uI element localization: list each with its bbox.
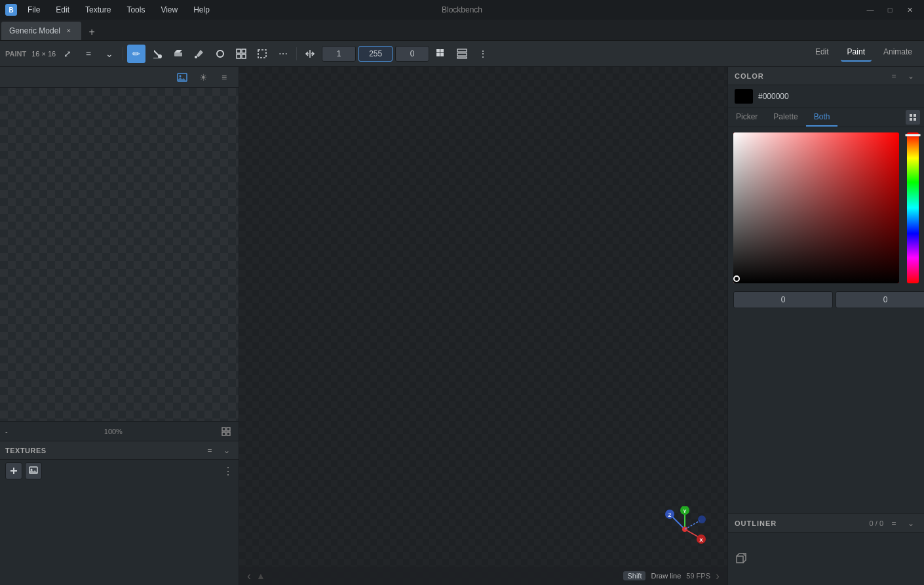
expand-button[interactable]: ⤢ xyxy=(58,45,77,63)
saturation-box[interactable] xyxy=(733,132,899,283)
svg-point-2 xyxy=(195,56,197,58)
textures-equals-btn[interactable]: = xyxy=(203,444,216,457)
color-tab-extra[interactable] xyxy=(906,110,920,125)
erase-tool-button[interactable] xyxy=(169,45,187,63)
menu-view[interactable]: View xyxy=(155,1,183,19)
color-tab-both[interactable]: Both xyxy=(806,108,838,127)
svg-point-17 xyxy=(180,75,182,77)
close-button[interactable]: ✕ xyxy=(900,3,919,17)
menu-tools[interactable]: Tools xyxy=(121,1,150,19)
color-tabs: Picker Palette Both xyxy=(728,108,924,127)
3d-viewport[interactable]: Z Y X ‹ ▲ Shift Draw line xyxy=(239,67,727,585)
outliner-body xyxy=(728,533,924,585)
color-tab-palette[interactable]: Palette xyxy=(765,108,805,127)
texture-dimensions: 16 × 16 xyxy=(31,50,56,58)
svg-rect-18 xyxy=(222,428,225,431)
mirror-button[interactable] xyxy=(301,45,319,63)
preview-fit-button[interactable] xyxy=(219,424,233,439)
import-texture-button[interactable] xyxy=(25,462,42,479)
textures-toolbar: ⋮ xyxy=(0,460,239,479)
outliner-title: OUTLINER xyxy=(735,519,866,527)
selection-tool-button[interactable] xyxy=(253,45,271,63)
svg-text:X: X xyxy=(699,537,703,543)
svg-line-24 xyxy=(672,516,685,529)
color-tab-picker[interactable]: Picker xyxy=(728,108,765,127)
pencil-tool-button[interactable]: ✏ xyxy=(127,45,145,63)
paint-mode-btn[interactable]: Paint xyxy=(841,46,872,62)
grid-view-btn[interactable] xyxy=(432,45,450,63)
color-chevron-btn[interactable]: ⌄ xyxy=(904,70,917,83)
title-bar: B File Edit Texture Tools View Help Bloc… xyxy=(0,0,924,20)
size-input-3[interactable] xyxy=(395,46,429,62)
preview-minus: - xyxy=(5,428,8,435)
edit-mode-btn[interactable]: Edit xyxy=(809,46,836,62)
right-panel: COLOR = ⌄ #000000 Picker Palette Both xyxy=(727,67,924,585)
svg-rect-36 xyxy=(910,114,912,117)
textures-chevron-btn[interactable]: ⌄ xyxy=(220,444,233,457)
equals-button[interactable]: = xyxy=(79,45,98,63)
svg-rect-9 xyxy=(436,49,440,52)
hue-slider[interactable] xyxy=(907,132,919,283)
size-input-1[interactable] xyxy=(322,46,356,62)
color-panel: COLOR = ⌄ #000000 Picker Palette Both xyxy=(728,67,924,514)
window-title: Blockbench xyxy=(442,5,482,14)
fill-tool-button[interactable] xyxy=(148,45,166,63)
menu-texture[interactable]: Texture xyxy=(80,1,116,19)
animate-mode-btn[interactable]: Animate xyxy=(877,46,919,62)
eyedropper-tool-button[interactable] xyxy=(190,45,208,63)
size-input-2[interactable] xyxy=(358,46,393,62)
nav-gizmo-svg: Z Y X xyxy=(662,506,708,552)
svg-rect-38 xyxy=(910,118,912,121)
color-swatch[interactable] xyxy=(735,89,753,104)
svg-rect-41 xyxy=(737,556,743,563)
new-tab-button[interactable]: + xyxy=(84,24,100,40)
color-equals-btn[interactable]: = xyxy=(887,70,900,83)
grid-tool-button[interactable] xyxy=(232,45,250,63)
red-channel-input[interactable] xyxy=(733,291,833,308)
svg-rect-13 xyxy=(457,49,467,52)
uv-preview: - 100% xyxy=(0,88,239,441)
menu-file[interactable]: File xyxy=(22,1,45,19)
color-panel-title: COLOR xyxy=(735,72,883,80)
panel-tab-image[interactable] xyxy=(173,68,191,87)
tab-generic-model[interactable]: Generic Model ✕ xyxy=(1,22,81,40)
svg-rect-21 xyxy=(227,432,230,435)
tab-bar: Generic Model ✕ + xyxy=(0,20,924,41)
svg-point-35 xyxy=(698,515,706,523)
menu-edit[interactable]: Edit xyxy=(50,1,75,19)
textures-more-btn[interactable]: ⋮ xyxy=(223,465,233,477)
menu-help[interactable]: Help xyxy=(188,1,215,19)
minimize-button[interactable]: — xyxy=(861,3,879,17)
color-inputs: + ⋮ xyxy=(728,289,924,313)
outliner-header: OUTLINER 0 / 0 = ⌄ xyxy=(728,514,924,533)
viewport-bottom-bar: ‹ ▲ Shift Draw line 59 FPS › xyxy=(239,567,727,585)
svg-rect-1 xyxy=(174,52,182,56)
viewport-nav-center[interactable]: ▲ xyxy=(256,571,265,581)
panel-tab-sun[interactable]: ☀ xyxy=(194,68,212,87)
outliner-equals-btn[interactable]: = xyxy=(887,517,900,530)
color-hex-value: #000000 xyxy=(758,92,789,101)
separator-1 xyxy=(123,47,123,60)
add-texture-button[interactable] xyxy=(5,462,22,479)
svg-point-0 xyxy=(158,54,162,58)
shift-badge: Shift xyxy=(623,571,645,580)
svg-rect-15 xyxy=(457,57,467,58)
checker-background xyxy=(0,88,239,441)
tab-close-btn[interactable]: ✕ xyxy=(64,26,73,35)
outliner-chevron-btn[interactable]: ⌄ xyxy=(904,517,917,530)
toolbar-more-btn[interactable]: ⋮ xyxy=(474,45,492,63)
viewport-nav-right[interactable]: › xyxy=(716,569,720,583)
more-tools-button[interactable]: ⋯ xyxy=(274,45,292,63)
panel-tab-list[interactable]: ≡ xyxy=(215,68,233,87)
svg-rect-20 xyxy=(222,432,225,435)
viewport-nav-left[interactable]: ‹ xyxy=(247,569,251,583)
green-channel-input[interactable] xyxy=(836,291,924,308)
color-hex-row: #000000 xyxy=(728,85,924,108)
toolbar-mode-right: Edit Paint Animate xyxy=(809,46,919,62)
saturation-cursor xyxy=(733,275,740,282)
maximize-button[interactable]: □ xyxy=(881,3,899,17)
svg-rect-19 xyxy=(227,428,230,431)
grid-view-btn-2[interactable] xyxy=(453,45,471,63)
circle-tool-button[interactable] xyxy=(211,45,229,63)
chevron-down-button[interactable]: ⌄ xyxy=(100,45,119,63)
